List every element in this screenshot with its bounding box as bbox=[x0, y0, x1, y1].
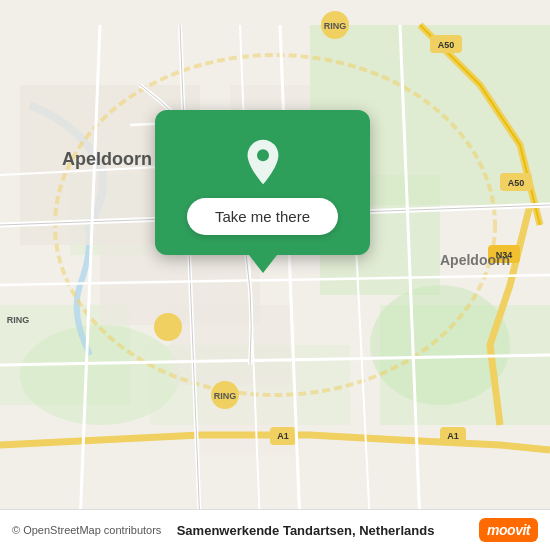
moovit-logo-box: moovit bbox=[479, 518, 538, 542]
location-name: Samenwerkende Tandartsen, Netherlands bbox=[177, 523, 435, 538]
moovit-logo: moovit bbox=[479, 518, 538, 542]
svg-rect-10 bbox=[170, 305, 290, 385]
take-me-there-button[interactable]: Take me there bbox=[187, 198, 338, 235]
popup-pointer bbox=[249, 255, 277, 273]
location-pin-icon bbox=[239, 138, 287, 186]
svg-point-14 bbox=[154, 313, 182, 341]
popup-overlay: Take me there bbox=[155, 110, 370, 273]
svg-text:RING: RING bbox=[324, 21, 347, 31]
svg-text:A1: A1 bbox=[277, 431, 289, 441]
bottom-bar: © OpenStreetMap contributors Samenwerken… bbox=[0, 509, 550, 550]
svg-text:RING: RING bbox=[214, 391, 237, 401]
svg-text:Apeldoorn: Apeldoorn bbox=[440, 252, 510, 268]
bottom-left: © OpenStreetMap contributors Samenwerken… bbox=[12, 523, 434, 538]
svg-text:A1: A1 bbox=[447, 431, 459, 441]
copyright-text: © OpenStreetMap contributors bbox=[12, 524, 161, 536]
svg-text:A50: A50 bbox=[438, 40, 455, 50]
svg-text:RING: RING bbox=[7, 315, 30, 325]
svg-text:Apeldoorn: Apeldoorn bbox=[62, 149, 152, 169]
svg-text:A50: A50 bbox=[508, 178, 525, 188]
location-label bbox=[167, 523, 170, 537]
moovit-logo-text: moovit bbox=[487, 522, 530, 538]
map-container: RING RING RING A50 A50 A1 A1 N34 Apeldoo… bbox=[0, 0, 550, 550]
svg-point-46 bbox=[257, 149, 269, 161]
popup-card: Take me there bbox=[155, 110, 370, 255]
map-svg: RING RING RING A50 A50 A1 A1 N34 Apeldoo… bbox=[0, 0, 550, 550]
